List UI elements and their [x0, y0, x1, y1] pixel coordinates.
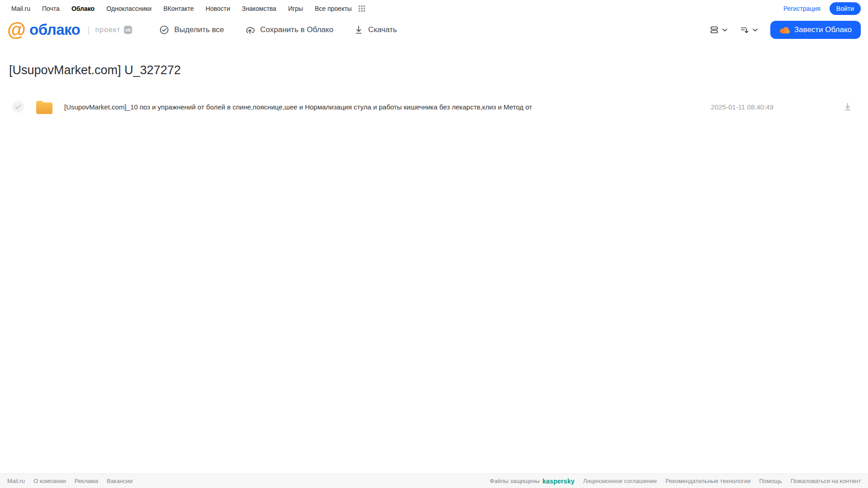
save-to-cloud-label: Сохранить в Облако — [260, 25, 333, 34]
sort-icon — [740, 25, 749, 34]
top-nav-right: Регистрация Войти — [783, 2, 861, 15]
topnav-link[interactable]: Новости — [206, 5, 230, 12]
register-link[interactable]: Регистрация — [783, 5, 821, 12]
chevron-down-icon — [753, 28, 758, 32]
topnav-link[interactable]: Все проекты — [315, 5, 352, 12]
cloud-upload-icon — [245, 25, 255, 35]
sort-dropdown[interactable] — [740, 25, 758, 34]
login-button[interactable]: Войти — [830, 2, 861, 15]
kaspersky-protection: Файлы защищены kaspersky — [490, 478, 575, 485]
download-button[interactable]: Скачать — [354, 25, 397, 35]
footer-link[interactable]: Рекомендательные технологии — [665, 478, 750, 484]
download-label: Скачать — [368, 25, 397, 34]
select-all-button[interactable]: Выделить все — [159, 25, 224, 35]
create-cloud-button[interactable]: Завести Облако — [770, 21, 861, 39]
topnav-link[interactable]: Одноклассники — [106, 5, 152, 12]
footer-link[interactable]: Лицензионное соглашение — [583, 478, 657, 484]
footer-right-links: Файлы защищены kaspersky Лицензионное со… — [490, 478, 861, 485]
footer-link[interactable]: Вакансии — [107, 478, 133, 484]
topnav-link[interactable]: Почта — [42, 5, 60, 12]
file-date: 2025-01-11 08:40:49 — [711, 103, 773, 111]
chevron-down-icon — [722, 28, 727, 32]
folder-icon — [35, 99, 53, 114]
topnav-link[interactable]: Mail.ru — [11, 5, 30, 12]
row-checkbox[interactable] — [12, 101, 24, 113]
topnav-link[interactable]: Игры — [288, 5, 303, 12]
download-icon — [354, 25, 363, 35]
project-label: проект — [95, 26, 120, 34]
footer-bar: Mail.ru О компании Реклама Вакансии Файл… — [0, 474, 868, 488]
all-projects-grid-icon[interactable] — [358, 5, 365, 12]
mailru-at-icon: @ — [7, 20, 26, 39]
header-bar: @ облако | проект vk Выделить все — [0, 17, 868, 43]
cloud-logo-text: облако — [29, 21, 80, 38]
top-nav-links: Mail.ru Почта Облако Одноклассники ВКонт… — [11, 5, 352, 12]
top-nav-bar: Mail.ru Почта Облако Одноклассники ВКонт… — [0, 0, 868, 17]
save-to-cloud-button[interactable]: Сохранить в Облако — [245, 25, 333, 35]
footer-link[interactable]: Mail.ru — [7, 478, 25, 484]
file-row[interactable]: [UsupovMarket.com]_10 поз и упражнений о… — [0, 95, 868, 119]
footer-link[interactable]: О компании — [33, 478, 66, 484]
kaspersky-protected-text: Файлы защищены — [490, 478, 540, 484]
vk-badge-icon: vk — [124, 26, 132, 34]
kaspersky-logo[interactable]: kaspersky — [542, 478, 574, 485]
rows-view-icon — [710, 25, 719, 34]
create-cloud-label: Завести Облако — [794, 25, 852, 34]
topnav-link[interactable]: Облако — [71, 5, 95, 12]
view-mode-dropdown[interactable] — [710, 25, 727, 34]
footer-legal-links: Лицензионное соглашение Рекомендательные… — [583, 478, 861, 484]
logo-divider: | — [87, 25, 90, 35]
file-name[interactable]: [UsupovMarket.com]_10 поз и упражнений о… — [64, 103, 532, 111]
file-toolbar: Выделить все Сохранить в Облако Скач — [159, 25, 397, 35]
check-circle-icon — [159, 25, 169, 35]
footer-link[interactable]: Реклама — [75, 478, 98, 484]
topnav-link[interactable]: ВКонтакте — [163, 5, 194, 12]
header-right-controls: Завести Облако — [710, 21, 861, 39]
orange-cloud-icon — [779, 26, 790, 34]
select-all-label: Выделить все — [174, 25, 224, 34]
footer-link[interactable]: Пожаловаться на контент — [791, 478, 861, 484]
topnav-link[interactable]: Знакомства — [242, 5, 276, 12]
footer-link[interactable]: Помощь — [759, 478, 782, 484]
check-icon — [15, 104, 21, 109]
cloud-logo[interactable]: @ облако | проект vk — [7, 20, 132, 39]
footer-left-links: Mail.ru О компании Реклама Вакансии — [7, 478, 133, 484]
row-download-icon[interactable] — [844, 102, 852, 111]
page-title: [UsupovMarket.com] U_327272 — [9, 63, 868, 77]
